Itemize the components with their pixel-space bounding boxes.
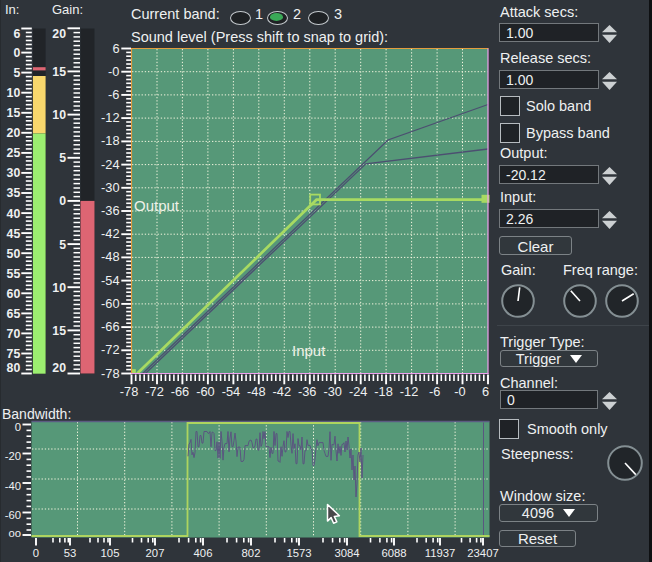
svg-text:Output: Output (134, 197, 180, 214)
svg-text:15: 15 (52, 65, 66, 79)
svg-text:-24: -24 (349, 384, 368, 399)
svg-text:-20: -20 (5, 450, 21, 462)
svg-text:20: 20 (7, 126, 21, 140)
svg-text:-60: -60 (5, 509, 21, 521)
svg-text:-78: -78 (101, 366, 120, 381)
svg-text:-18: -18 (374, 384, 393, 399)
svg-text:5: 5 (13, 66, 20, 80)
svg-text:-40: -40 (5, 480, 21, 492)
svg-text:0: 0 (33, 547, 39, 559)
svg-text:-6: -6 (108, 87, 119, 102)
svg-text:-12: -12 (101, 110, 120, 125)
svg-text:-48: -48 (101, 249, 120, 264)
svg-text:oo: oo (8, 527, 21, 539)
svg-text:-24: -24 (101, 157, 120, 172)
svg-text:-30: -30 (101, 180, 120, 195)
svg-text:-36: -36 (101, 203, 120, 218)
svg-text:-78: -78 (120, 384, 139, 399)
svg-text:15: 15 (52, 324, 66, 338)
svg-text:6: 6 (13, 27, 20, 41)
svg-text:-60: -60 (101, 296, 120, 311)
svg-text:40: 40 (7, 207, 21, 221)
svg-text:45: 45 (7, 227, 21, 241)
svg-text:-54: -54 (222, 384, 241, 399)
svg-text:20: 20 (52, 361, 66, 375)
svg-text:-60: -60 (196, 384, 215, 399)
svg-text:-6: -6 (429, 384, 440, 399)
svg-text:20: 20 (52, 27, 66, 41)
svg-text:-12: -12 (400, 384, 419, 399)
svg-text:30: 30 (7, 166, 21, 180)
svg-text:60: 60 (7, 287, 21, 301)
svg-text:80: 80 (7, 361, 21, 375)
svg-text:406: 406 (194, 547, 213, 559)
svg-text:53: 53 (64, 547, 77, 559)
svg-text:-0: -0 (108, 64, 119, 79)
svg-text:23407: 23407 (467, 547, 498, 559)
svg-text:-0: -0 (454, 384, 465, 399)
svg-text:-42: -42 (101, 226, 120, 241)
svg-text:105: 105 (101, 547, 120, 559)
svg-text:0: 0 (59, 194, 66, 208)
svg-text:50: 50 (7, 247, 21, 261)
svg-text:10: 10 (7, 86, 21, 100)
svg-text:-72: -72 (101, 342, 120, 357)
svg-text:5: 5 (59, 238, 66, 252)
svg-text:11937: 11937 (425, 547, 456, 559)
svg-text:6: 6 (112, 41, 119, 56)
svg-text:75: 75 (7, 347, 21, 361)
svg-text:-18: -18 (101, 133, 120, 148)
svg-text:6: 6 (482, 384, 489, 399)
svg-text:-36: -36 (298, 384, 317, 399)
svg-text:-42: -42 (273, 384, 292, 399)
svg-text:-48: -48 (247, 384, 266, 399)
svg-text:65: 65 (7, 307, 21, 321)
svg-text:5: 5 (59, 151, 66, 165)
svg-text:-66: -66 (171, 384, 190, 399)
svg-text:1573: 1573 (286, 547, 311, 559)
svg-text:10: 10 (52, 281, 66, 295)
svg-text:0: 0 (15, 421, 21, 433)
svg-text:-30: -30 (323, 384, 342, 399)
svg-text:Input: Input (292, 342, 326, 359)
svg-text:-54: -54 (101, 273, 120, 288)
svg-text:0: 0 (13, 46, 20, 60)
svg-text:15: 15 (7, 106, 21, 120)
svg-text:70: 70 (7, 327, 21, 341)
svg-text:802: 802 (242, 547, 261, 559)
svg-text:35: 35 (7, 186, 21, 200)
svg-text:-66: -66 (101, 319, 120, 334)
svg-text:10: 10 (52, 108, 66, 122)
svg-text:25: 25 (7, 146, 21, 160)
svg-text:3084: 3084 (334, 547, 359, 559)
svg-text:-72: -72 (145, 384, 164, 399)
svg-text:6088: 6088 (381, 547, 406, 559)
svg-text:55: 55 (7, 267, 21, 281)
svg-text:207: 207 (146, 547, 165, 559)
